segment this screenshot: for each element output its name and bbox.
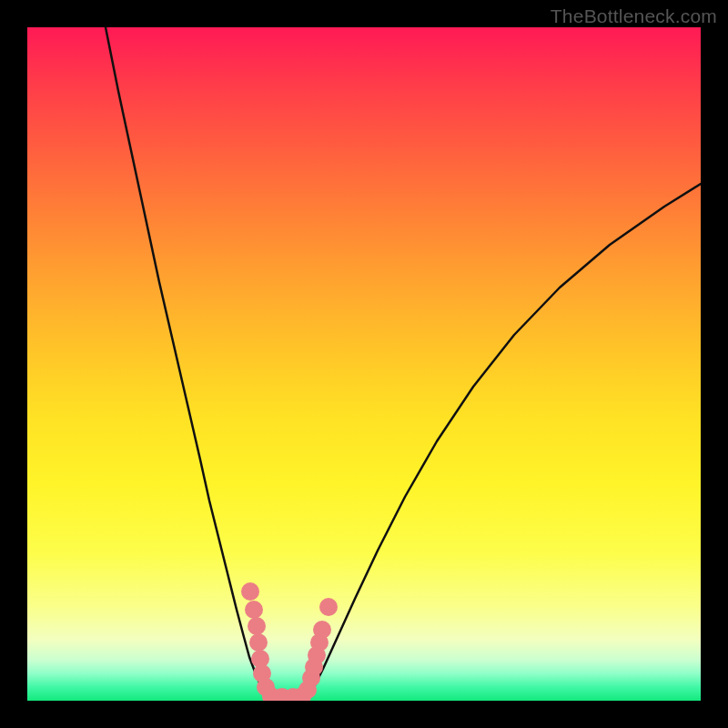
right-cluster-marker <box>319 598 338 616</box>
chart-svg <box>27 27 701 701</box>
left-cluster-marker <box>249 633 268 652</box>
watermark-text: TheBottleneck.com <box>551 5 717 27</box>
plot-area <box>27 27 701 701</box>
left-cluster-marker <box>241 582 259 601</box>
bottleneck-curve <box>106 27 701 697</box>
right-cluster-marker <box>313 621 331 639</box>
left-cluster-marker <box>248 617 266 635</box>
left-cluster-marker <box>245 601 263 619</box>
chart-frame: TheBottleneck.com <box>0 0 728 728</box>
